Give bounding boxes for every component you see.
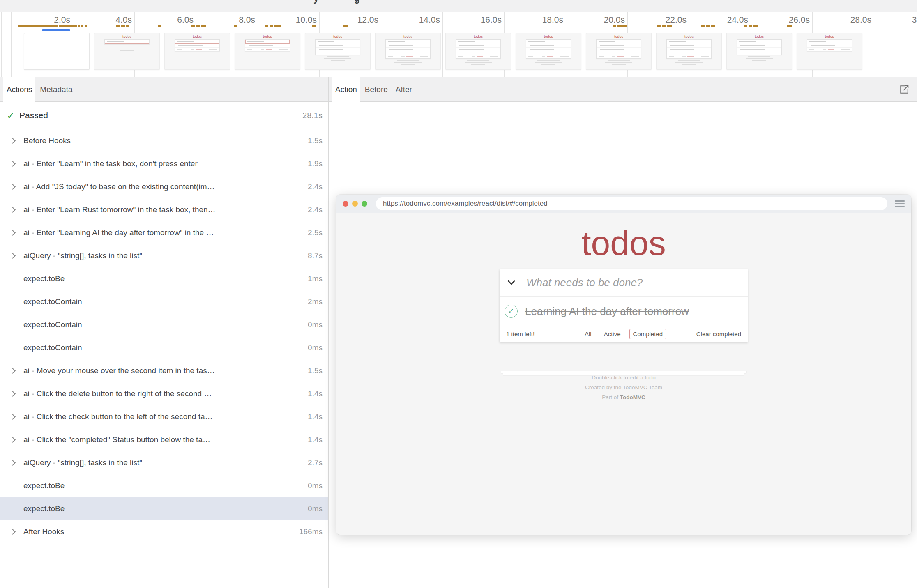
timeline-top-bar: y g [0, 0, 917, 12]
action-label: expect.toContain [23, 320, 82, 329]
action-list-item[interactable]: aiQuery - "string[], tasks in the list"8… [0, 244, 328, 267]
chevron-right-icon[interactable] [10, 460, 16, 466]
action-label: ai - Click the "completed" Status button… [23, 435, 210, 444]
filter-active[interactable]: Active [600, 329, 624, 339]
film-strip-frame[interactable]: todos [164, 33, 230, 70]
traffic-light-close[interactable] [343, 201, 348, 207]
filter-completed[interactable]: Completed [629, 329, 666, 339]
film-strip-frame[interactable]: todos [94, 33, 160, 70]
film-strip-frame[interactable] [24, 33, 90, 70]
chevron-right-icon[interactable] [10, 437, 16, 443]
action-duration: 1.5s [304, 366, 323, 375]
chevron-right-icon[interactable] [10, 184, 16, 190]
thumbnail-caption-line [746, 58, 773, 59]
traffic-light-zoom[interactable] [362, 201, 367, 207]
menu-icon[interactable] [895, 200, 905, 207]
chevron-right-icon[interactable] [10, 138, 16, 144]
action-duration: 0ms [304, 320, 323, 329]
todo-completed-check-icon[interactable]: ✓ [505, 305, 518, 318]
action-list-item[interactable]: expect.toContain0ms [0, 336, 328, 359]
action-list-item[interactable]: aiQuery - "string[], tasks in the list"2… [0, 451, 328, 474]
action-label: expect.toBe [23, 504, 65, 513]
timeline-tick-label: 8.0s [198, 15, 255, 25]
film-strip-frame[interactable]: todos [516, 33, 581, 70]
action-list-item[interactable]: expect.toBe0ms [0, 474, 328, 497]
open-snapshot-external-icon[interactable] [898, 84, 910, 96]
thumbnail-card [666, 39, 712, 59]
action-list-item[interactable]: ai - Click the check button to the left … [0, 405, 328, 428]
tab-actions[interactable]: Actions [3, 77, 35, 102]
thumbnail-todo-row [737, 48, 782, 51]
action-list-item[interactable]: After Hooks166ms [0, 520, 328, 543]
action-list-item[interactable]: expect.toContain2ms [0, 290, 328, 313]
chevron-right-icon[interactable] [10, 161, 16, 167]
thumbnail-todo-row [456, 51, 501, 55]
clear-completed-button[interactable]: Clear completed [696, 331, 741, 338]
thumbnail-todos-title: todos [727, 34, 792, 39]
left-tab-bar: Actions Metadata [0, 77, 328, 102]
timeline: y g 2.0s4.0s6.0s8.0s10.0s12.0s14.0s16.0s… [0, 0, 917, 77]
tab-before[interactable]: Before [362, 77, 391, 102]
film-strip-frame[interactable]: todos [305, 33, 371, 70]
film-strip-frame[interactable]: todos [375, 33, 441, 70]
thumbnail-caption-line [113, 48, 141, 48]
chevron-right-icon[interactable] [10, 391, 16, 397]
action-list-item[interactable]: Before Hooks1.5s [0, 129, 328, 152]
timeline-activity-mark [265, 25, 268, 27]
action-list-item[interactable]: expect.toBe1ms [0, 267, 328, 290]
chevron-right-icon[interactable] [10, 529, 16, 535]
film-strip-frame[interactable]: todos [235, 33, 300, 70]
timeline-activity-mark [274, 25, 281, 27]
film-strip-frame[interactable]: todos [586, 33, 652, 70]
timeline-activity-mark [711, 25, 715, 27]
chevron-right-icon[interactable] [10, 368, 16, 374]
action-list-item[interactable]: ai - Move your mouse over the second ite… [0, 359, 328, 382]
action-list-item[interactable]: ai - Enter "Learn" in the task box, don'… [0, 152, 328, 175]
thumbnail-todo-row [386, 48, 431, 51]
thumbnail-caption-line [535, 62, 562, 63]
film-strip-frame[interactable]: todos [797, 33, 862, 70]
info-line: Double-click to edit a todo [336, 373, 911, 383]
test-status-row: ✓ Passed 28.1s [0, 102, 328, 129]
action-list-item[interactable]: ai - Add "JS today" to base on the exist… [0, 175, 328, 198]
external-link-icon [899, 84, 910, 95]
todo-item-text[interactable]: Learning AI the day after tomorrow [525, 305, 689, 318]
thumbnail-input [807, 40, 852, 44]
filter-all[interactable]: All [581, 329, 595, 339]
thumbnail-input [245, 40, 290, 44]
thumbnail-todo-row [386, 44, 431, 48]
action-list-item[interactable]: ai - Enter "Learn Rust tomorrow" in the … [0, 198, 328, 221]
timeline-ruler[interactable]: 2.0s4.0s6.0s8.0s10.0s12.0s14.0s16.0s18.0… [0, 12, 917, 77]
toggle-all-chevron-down-icon[interactable] [507, 277, 515, 285]
thumbnail-footer [386, 55, 431, 58]
timeline-gridline [442, 12, 443, 77]
chevron-right-icon[interactable] [10, 253, 16, 259]
timeline-tick-label: 4.0s [74, 15, 132, 25]
thumbnail-todos-title: todos [797, 34, 862, 39]
thumbnail-caption-line [394, 62, 422, 63]
chevron-right-icon[interactable] [10, 230, 16, 236]
action-list-item[interactable]: expect.toBe0ms [0, 497, 328, 520]
chevron-right-icon[interactable] [10, 414, 16, 420]
tab-action[interactable]: Action [332, 77, 360, 102]
tab-after[interactable]: After [392, 77, 415, 102]
action-list-item[interactable]: ai - Enter "Learning AI the day after to… [0, 221, 328, 244]
tab-metadata[interactable]: Metadata [37, 77, 76, 102]
film-strip-frame[interactable]: todos [726, 33, 792, 70]
right-tab-bar: Action Before After [329, 77, 917, 102]
action-label: ai - Enter "Learn" in the task box, don'… [23, 159, 198, 168]
thumbnail-caption-line [327, 56, 349, 57]
todomvc-brand[interactable]: TodoMVC [620, 394, 645, 400]
address-bar[interactable]: https://todomvc.com/examples/react/dist/… [376, 197, 887, 210]
action-list-item[interactable]: expect.toContain0ms [0, 313, 328, 336]
action-list-item[interactable]: ai - Click the "completed" Status button… [0, 428, 328, 451]
chevron-right-icon[interactable] [10, 207, 16, 213]
film-strip-frame[interactable]: todos [445, 33, 511, 70]
film-strip-frame[interactable]: todos [656, 33, 722, 70]
timeline-tick-label: 14.0s [382, 15, 440, 25]
new-todo-input[interactable]: What needs to be done? [526, 276, 643, 289]
thumbnail-todo-row [597, 51, 641, 55]
action-label: expect.toBe [23, 481, 65, 490]
action-list-item[interactable]: ai - Click the delete button to the righ… [0, 382, 328, 405]
traffic-light-minimize[interactable] [352, 201, 358, 207]
